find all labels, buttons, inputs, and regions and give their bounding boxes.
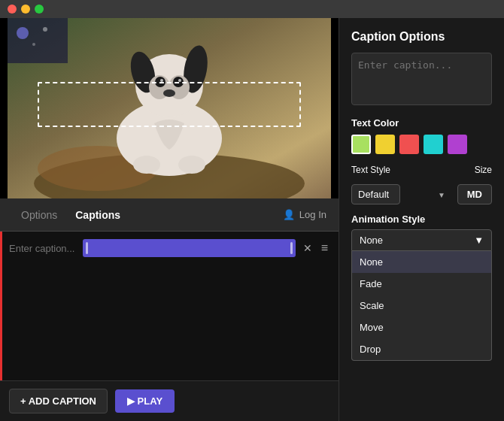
caption-text-field[interactable] xyxy=(9,243,77,254)
add-caption-button[interactable]: + ADD CAPTION xyxy=(9,389,108,413)
text-style-label: Text Style xyxy=(351,165,390,175)
animation-label: Animation Style xyxy=(351,214,492,225)
animation-option-none[interactable]: None xyxy=(352,251,491,273)
svg-point-19 xyxy=(32,43,35,46)
text-style-select-wrapper: Default Bold Italic Shadow xyxy=(351,184,451,204)
color-swatch-yellow[interactable] xyxy=(375,135,395,154)
caption-menu-button[interactable]: ≡ xyxy=(320,240,329,256)
text-color-label: Text Color xyxy=(351,117,492,129)
video-preview xyxy=(0,18,339,198)
animation-option-fade[interactable]: Fade xyxy=(352,273,491,295)
svg-rect-16 xyxy=(8,18,68,63)
caption-options-input[interactable] xyxy=(351,53,492,105)
main-content: Options Captions 👤 Log In ✕ ≡ + ADD C xyxy=(0,18,504,421)
animation-option-drop[interactable]: Drop xyxy=(352,338,491,360)
tab-options[interactable]: Options xyxy=(12,203,66,227)
play-button[interactable]: ▶ PLAY xyxy=(115,389,175,413)
play-label: ▶ PLAY xyxy=(127,395,162,407)
svg-point-18 xyxy=(43,27,47,32)
color-swatch-purple[interactable] xyxy=(448,135,467,154)
animation-option-move[interactable]: Move xyxy=(352,317,491,338)
right-panel: Caption Options Text Color Text Style Si… xyxy=(339,18,504,421)
animation-dropdown-header[interactable]: None ▼ xyxy=(351,229,492,251)
size-button[interactable]: MD xyxy=(457,184,492,204)
nav-tabs: Options Captions 👤 Log In xyxy=(0,198,339,232)
animation-dropdown-list: None Fade Scale Move Drop xyxy=(351,251,492,361)
style-controls-row: Default Bold Italic Shadow MD xyxy=(351,184,492,204)
text-style-select[interactable]: Default Bold Italic Shadow xyxy=(351,184,400,204)
svg-point-15 xyxy=(178,156,205,174)
color-swatches xyxy=(351,135,492,154)
panel-title: Caption Options xyxy=(351,30,492,44)
caption-timeline-bar[interactable] xyxy=(83,239,296,257)
animation-option-scale[interactable]: Scale xyxy=(352,295,491,317)
color-swatch-red[interactable] xyxy=(399,135,419,154)
caption-track-area: ✕ ≡ xyxy=(0,232,339,380)
tab-captions[interactable]: Captions xyxy=(66,203,129,227)
bottom-toolbar: + ADD CAPTION ▶ PLAY xyxy=(0,380,339,421)
minimize-dot[interactable] xyxy=(21,5,30,14)
titlebar xyxy=(0,0,504,18)
color-swatch-cyan[interactable] xyxy=(424,135,443,154)
add-caption-label: + ADD CAPTION xyxy=(20,395,96,407)
style-size-row: Text Style Size xyxy=(351,165,492,175)
maximize-dot[interactable] xyxy=(35,5,44,14)
color-swatch-light-green[interactable] xyxy=(351,135,371,154)
size-label: Size xyxy=(475,165,492,175)
timeline-handle-right[interactable] xyxy=(290,242,293,254)
caption-overlay-box xyxy=(38,82,301,127)
caption-row: ✕ ≡ xyxy=(9,239,329,257)
login-button[interactable]: 👤 Log In xyxy=(283,209,326,220)
caption-close-button[interactable]: ✕ xyxy=(302,241,314,256)
login-label: Log In xyxy=(299,209,326,220)
svg-point-17 xyxy=(17,27,29,39)
svg-point-14 xyxy=(133,156,160,174)
chevron-down-icon: ▼ xyxy=(474,235,484,246)
animation-selected-value: None xyxy=(360,235,383,246)
timeline-handle-left[interactable] xyxy=(86,242,88,254)
person-icon: 👤 xyxy=(283,209,295,220)
left-panel: Options Captions 👤 Log In ✕ ≡ + ADD C xyxy=(0,18,339,421)
close-dot[interactable] xyxy=(8,5,17,14)
